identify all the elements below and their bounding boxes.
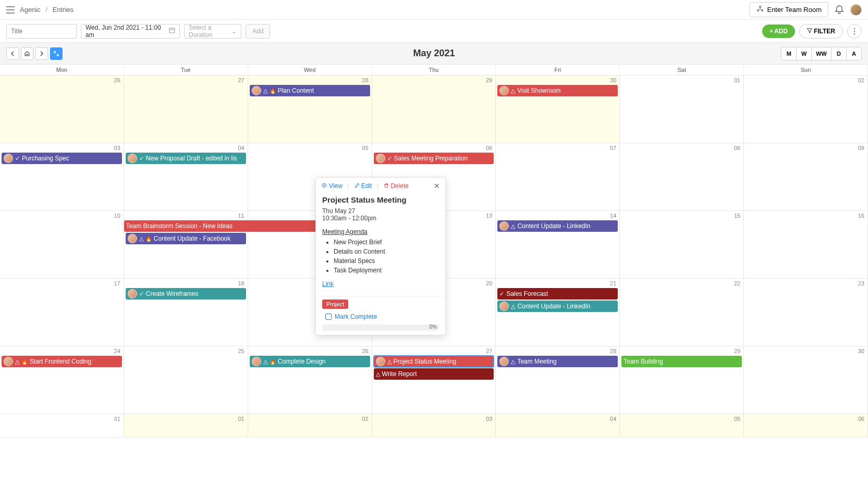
view-mode-m[interactable]: M (781, 47, 797, 60)
calendar-cell[interactable]: 31 (0, 414, 124, 438)
calendar-event[interactable]: △Content Update - LinkedIn (497, 301, 618, 312)
calendar-cell[interactable]: 03✓Purchasing Spec (0, 143, 124, 211)
calendar-cell[interactable]: 10 (0, 211, 124, 279)
calendar-event[interactable]: ✓Create Wireframes (126, 288, 246, 299)
calendar-cell[interactable]: 28△Team Meeting (496, 346, 620, 414)
calendar-cell[interactable]: 14△Content Update - LinkedIn (496, 211, 620, 279)
duration-select[interactable]: Select a Duration ⌄ (184, 24, 241, 39)
title-input[interactable] (6, 24, 77, 39)
calendar-cell[interactable]: 04✓New Proposal Draft - edited in lis (124, 143, 248, 211)
calendar-event[interactable]: △Team Meeting (497, 356, 618, 367)
calendar-cell[interactable]: 15 (620, 211, 744, 279)
calendar-event[interactable]: △🔥Plan Content (250, 85, 370, 96)
calendar-cell[interactable]: 06 (744, 414, 868, 438)
calendar-cell[interactable]: 17 (0, 279, 124, 346)
breadcrumb-page[interactable]: Entries (53, 6, 74, 14)
calendar-cell[interactable]: 01 (620, 76, 744, 143)
enter-team-room-button[interactable]: Enter Team Room (750, 2, 828, 17)
day-headers-row: MonTueWedThuFriSatSun (0, 65, 868, 76)
calendar-cell[interactable]: 01 (124, 414, 248, 438)
calendar-event[interactable]: △🔥Complete Design (250, 356, 370, 367)
view-mode-ww[interactable]: WW (811, 47, 832, 60)
notifications-icon[interactable] (834, 4, 845, 16)
user-avatar[interactable] (850, 4, 862, 16)
calendar-cell[interactable]: 07 (496, 143, 620, 211)
calendar-event[interactable]: ✓Sales Meeting Preparation (374, 153, 494, 164)
day-header: Sun (744, 65, 868, 75)
calendar-event[interactable]: △Project Status Meeting (374, 356, 494, 367)
add-entry-button[interactable]: Add (246, 24, 270, 39)
calendar-event[interactable]: ✓Sales Forecast (497, 288, 618, 299)
calendar-event[interactable]: △🔥Content Update - Facebook (126, 233, 246, 244)
svg-point-6 (854, 33, 855, 34)
calendar-cell[interactable]: 03 (372, 414, 496, 438)
event-title: Team Meeting (517, 358, 556, 365)
calendar-cell[interactable]: 22 (620, 279, 744, 346)
avatar (499, 357, 509, 366)
today-button[interactable] (21, 47, 33, 60)
calendar-cell[interactable]: 29 (372, 76, 496, 143)
date-number: 01 (238, 416, 244, 422)
event-title: Sales Meeting Preparation (394, 155, 468, 162)
calendar-cell[interactable]: 27 (124, 76, 248, 143)
add-button[interactable]: +ADD (762, 24, 795, 38)
day-header: Sat (620, 65, 744, 75)
calendar-cell[interactable]: 23 (744, 279, 868, 346)
calendar-cell[interactable]: 25 (124, 346, 248, 414)
view-mode-w[interactable]: W (796, 47, 812, 60)
event-popover: View | Edit | Delete ✕ Project Status Me… (315, 177, 446, 335)
event-title: Start Frontend Coding (30, 358, 91, 365)
calendar-cell[interactable]: 27△Project Status Meeting△Write Report (372, 346, 496, 414)
calendar-event[interactable]: Team Building (621, 356, 742, 367)
calendar-cell[interactable]: 11Team Brainstorm Session - New Ideas△🔥C… (124, 211, 248, 279)
mark-complete-checkbox[interactable]: Mark Complete (316, 309, 445, 324)
delete-button[interactable]: Delete (378, 182, 414, 190)
fire-icon: 🔥 (270, 88, 276, 94)
calendar-cell[interactable]: 30 (744, 346, 868, 414)
more-options-button[interactable] (847, 24, 862, 39)
calendar-event[interactable]: △🔥Start Frontend Coding (2, 356, 122, 367)
view-mode-d[interactable]: D (831, 47, 847, 60)
trash-icon (384, 182, 389, 190)
date-number: 30 (858, 348, 864, 354)
project-tag[interactable]: Project (322, 299, 348, 309)
prev-button[interactable] (6, 47, 19, 60)
next-button[interactable] (35, 47, 48, 60)
calendar-event[interactable]: ✓New Proposal Draft - edited in lis (126, 153, 246, 164)
calendar-event[interactable]: △Write Report (374, 368, 494, 380)
warning-icon: △ (511, 88, 515, 94)
calendar-cell[interactable]: 02 (744, 76, 868, 143)
calendar-cell[interactable]: 16 (744, 211, 868, 279)
view-button[interactable]: View (321, 182, 348, 190)
calendar-cell[interactable]: 18✓Create Wireframes (124, 279, 248, 346)
calendar-cell[interactable]: 30△Visit Showroom (496, 76, 620, 143)
date-number: 10 (114, 213, 120, 219)
calendar-cell[interactable]: 21✓Sales Forecast△Content Update - Linke… (496, 279, 620, 346)
calendar-cell[interactable]: 02 (248, 414, 372, 438)
link-button[interactable]: Link (316, 275, 340, 293)
menu-icon[interactable] (6, 6, 15, 14)
view-mode-a[interactable]: A (846, 47, 862, 60)
date-number: 08 (734, 145, 740, 151)
calendar-cell[interactable]: 26 (0, 76, 124, 143)
calendar-cell[interactable]: 04 (496, 414, 620, 438)
calendar-cell[interactable]: 05 (620, 414, 744, 438)
calendar-event[interactable]: ✓Purchasing Spec (2, 153, 122, 164)
calendar-cell[interactable]: 29Team Building (620, 346, 744, 414)
date-number: 27 (238, 77, 244, 83)
close-icon[interactable]: ✕ (434, 182, 440, 190)
edit-button[interactable]: Edit (349, 182, 377, 190)
calendar-cell[interactable]: 28△🔥Plan Content (248, 76, 372, 143)
calendar-event[interactable]: △Content Update - LinkedIn (497, 220, 618, 232)
date-picker[interactable]: Wed, Jun 2nd 2021 - 11:00 am (81, 24, 180, 39)
breadcrumb-root[interactable]: Agenic (20, 6, 41, 14)
svg-rect-3 (169, 28, 175, 33)
calendar-cell[interactable]: 08 (620, 143, 744, 211)
popover-title: Project Status Meeting (316, 194, 445, 207)
expand-button[interactable] (50, 47, 63, 60)
filter-button[interactable]: FILTER (799, 24, 843, 39)
calendar-cell[interactable]: 26△🔥Complete Design (248, 346, 372, 414)
calendar-cell[interactable]: 24△🔥Start Frontend Coding (0, 346, 124, 414)
calendar-event[interactable]: △Visit Showroom (497, 85, 618, 96)
calendar-cell[interactable]: 09 (744, 143, 868, 211)
